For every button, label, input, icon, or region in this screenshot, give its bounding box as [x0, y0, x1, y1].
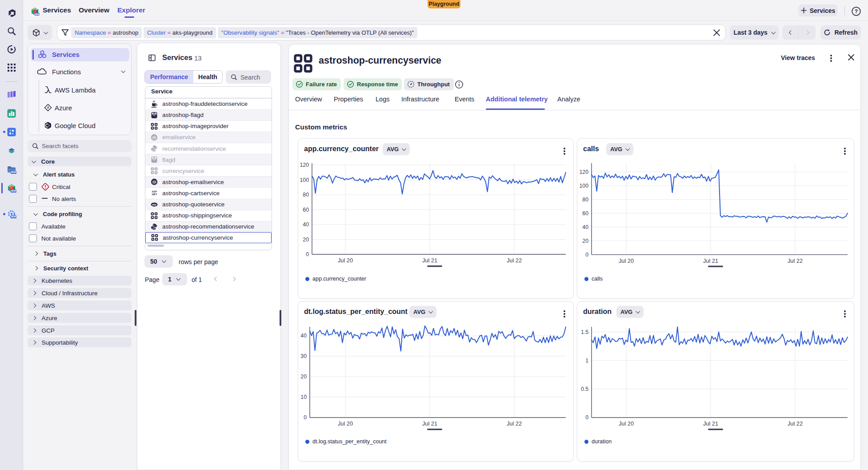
- svg-text:NEW: NEW: [35, 13, 40, 16]
- svg-text:NEW: NEW: [11, 171, 16, 173]
- svg-text:Jul 22: Jul 22: [788, 420, 803, 427]
- svg-text:Jul 22: Jul 22: [507, 420, 522, 427]
- svg-text:.NET: .NET: [152, 193, 157, 196]
- svg-text:0: 0: [585, 252, 588, 258]
- svg-text:30: 30: [300, 353, 307, 359]
- svg-text:Jul 21: Jul 21: [703, 257, 718, 264]
- svg-text:Jul 21: Jul 21: [703, 420, 718, 427]
- svg-text:NEW: NEW: [11, 215, 16, 218]
- svg-text:80: 80: [303, 192, 309, 198]
- svg-text:120: 120: [579, 169, 588, 175]
- svg-text:Jul 20: Jul 20: [619, 420, 634, 427]
- svg-text:40: 40: [582, 224, 588, 230]
- svg-text:0: 0: [304, 414, 307, 421]
- svg-text:0.5: 0.5: [581, 386, 588, 392]
- svg-text:Jul 21: Jul 21: [422, 420, 437, 427]
- svg-text:NEW: NEW: [11, 189, 16, 192]
- svg-text:0: 0: [585, 414, 588, 421]
- svg-text:ASP: ASP: [152, 190, 157, 193]
- svg-text:?: ?: [855, 8, 858, 15]
- svg-text:0: 0: [306, 251, 309, 257]
- svg-text:1.5: 1.5: [581, 329, 588, 335]
- svg-text:Jul 21: Jul 21: [422, 257, 437, 264]
- svg-text:100: 100: [300, 177, 309, 183]
- svg-text:80: 80: [582, 197, 588, 203]
- svg-text:40: 40: [300, 333, 307, 339]
- svg-text:Jul 22: Jul 22: [788, 257, 803, 264]
- svg-text:40: 40: [303, 221, 309, 228]
- svg-text:60: 60: [582, 210, 588, 217]
- svg-text:100: 100: [579, 183, 588, 189]
- svg-text:Jul 20: Jul 20: [619, 257, 634, 264]
- svg-text:60: 60: [303, 207, 309, 213]
- svg-text:Jul 20: Jul 20: [338, 420, 353, 427]
- svg-text:1: 1: [585, 358, 588, 364]
- svg-text:20: 20: [303, 237, 309, 243]
- svg-text:Jul 22: Jul 22: [507, 257, 522, 264]
- svg-text:20: 20: [582, 238, 588, 244]
- svg-text:120: 120: [300, 162, 309, 168]
- svg-text:10: 10: [300, 394, 307, 400]
- svg-text:php: php: [152, 203, 156, 205]
- svg-text:Jul 20: Jul 20: [338, 257, 353, 264]
- svg-text:20: 20: [300, 374, 307, 380]
